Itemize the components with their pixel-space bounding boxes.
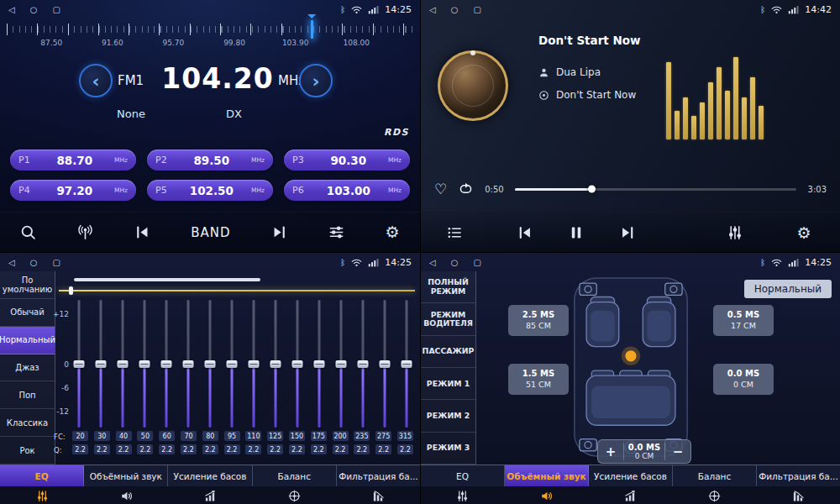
- eq-preset-custom[interactable]: Обычай: [0, 299, 55, 327]
- home-icon[interactable]: ○: [451, 5, 459, 14]
- eq-band-315hz[interactable]: [401, 300, 413, 428]
- home-icon[interactable]: ○: [30, 5, 38, 14]
- eq-preset-classic[interactable]: Классика: [0, 409, 55, 437]
- tab-balance[interactable]: Баланс: [253, 465, 337, 486]
- dx-toggle[interactable]: DX: [226, 108, 242, 120]
- eq-preset-pop[interactable]: Поп: [0, 381, 55, 409]
- dock-eq-icon[interactable]: [0, 486, 84, 504]
- preset-button-p1[interactable]: P1 88.70 MHz: [10, 150, 136, 171]
- dock-balance-icon[interactable]: [672, 486, 756, 504]
- eq-preset-default[interactable]: По умолчанию: [0, 271, 55, 299]
- tab-eq[interactable]: EQ: [421, 465, 505, 486]
- eq-band-handle[interactable]: [270, 360, 281, 368]
- eq-scrollbar[interactable]: [74, 278, 260, 281]
- eq-band-70hz[interactable]: [181, 300, 194, 428]
- mode-2[interactable]: РЕЖИМ 2: [421, 400, 475, 432]
- recents-icon[interactable]: ▢: [52, 258, 60, 267]
- home-icon[interactable]: ○: [451, 258, 459, 267]
- home-icon[interactable]: ○: [30, 258, 38, 267]
- eq-band-200hz[interactable]: [335, 300, 348, 428]
- tab-filter[interactable]: Фильтрация ба...: [757, 465, 840, 486]
- tab-eq[interactable]: EQ: [0, 465, 84, 486]
- eq-band-110hz[interactable]: [248, 300, 260, 428]
- back-icon[interactable]: ◁: [8, 258, 15, 267]
- eq-band-handle[interactable]: [226, 360, 237, 368]
- eq-band-80hz[interactable]: [203, 300, 216, 428]
- eq-band-30hz[interactable]: [94, 300, 107, 428]
- eq-band-handle[interactable]: [182, 360, 193, 368]
- eq-band-handle[interactable]: [336, 360, 347, 368]
- dock-balance-icon[interactable]: [252, 486, 336, 504]
- eq-band-150hz[interactable]: [291, 300, 304, 428]
- eq-preset-jazz[interactable]: Джаз: [0, 354, 55, 382]
- eq-band-handle[interactable]: [292, 360, 303, 368]
- eq-band-handle[interactable]: [95, 360, 106, 368]
- eq-band-50hz[interactable]: [138, 300, 150, 428]
- queue-icon[interactable]: [447, 224, 463, 240]
- tab-filter[interactable]: Фильтрация ба...: [337, 465, 420, 486]
- eq-band-handle[interactable]: [358, 360, 369, 368]
- eq-band-125hz[interactable]: [270, 300, 282, 428]
- next-station-icon[interactable]: [271, 224, 287, 240]
- settings-gear-icon[interactable]: ⚙: [796, 224, 811, 240]
- next-track-icon[interactable]: [620, 224, 636, 240]
- pause-icon[interactable]: [569, 224, 585, 240]
- tab-bass-boost[interactable]: Усиление басов: [168, 465, 252, 486]
- dock-eq-icon[interactable]: [421, 486, 505, 504]
- previous-track-icon[interactable]: [517, 224, 533, 240]
- delay-box-rear-right[interactable]: 0.0 MS 0 CM: [713, 364, 774, 395]
- progress-bar[interactable]: [515, 188, 796, 191]
- eq-preset-rock[interactable]: Рок: [0, 437, 55, 465]
- eq-band-60hz[interactable]: [160, 300, 172, 428]
- eq-band-handle[interactable]: [117, 360, 128, 368]
- eq-band-handle[interactable]: [160, 360, 171, 368]
- delay-box-rear-left[interactable]: 1.5 MS 51 CM: [508, 364, 569, 395]
- recents-icon[interactable]: ▢: [473, 5, 480, 14]
- pty-label[interactable]: None: [117, 108, 145, 120]
- dock-filter-icon[interactable]: [336, 486, 420, 504]
- back-icon[interactable]: ◁: [8, 5, 15, 14]
- eq-band-40hz[interactable]: [116, 300, 129, 428]
- delay-box-front-left[interactable]: 2.5 MS 85 CM: [508, 305, 569, 336]
- preset-button-p6[interactable]: P6 103.00 MHz: [284, 180, 410, 201]
- eq-band-handle[interactable]: [249, 360, 260, 368]
- delay-minus-button[interactable]: −: [665, 444, 690, 459]
- preset-button-p2[interactable]: P2 89.50 MHz: [147, 150, 273, 171]
- eq-preset-normal[interactable]: Нормальный: [0, 327, 55, 354]
- audio-settings-icon[interactable]: [727, 224, 743, 240]
- tab-bass-boost[interactable]: Усиление басов: [589, 465, 673, 486]
- dock-speaker-icon[interactable]: [505, 486, 589, 504]
- eq-band-235hz[interactable]: [357, 300, 370, 428]
- equalizer-icon[interactable]: [328, 224, 344, 240]
- eq-band-handle[interactable]: [380, 360, 391, 368]
- frequency-ruler[interactable]: 87.50 91.60 95.70 99.80 103.90 108.00: [7, 22, 413, 54]
- tune-up-button[interactable]: ›: [299, 64, 333, 97]
- eq-band-275hz[interactable]: [379, 300, 391, 428]
- dock-filter-icon[interactable]: [756, 486, 840, 504]
- auto-scan-icon[interactable]: [77, 224, 93, 240]
- delay-plus-button[interactable]: +: [598, 444, 623, 459]
- recents-icon[interactable]: ▢: [52, 5, 60, 14]
- preset-button-p4[interactable]: P4 97.20 MHz: [10, 180, 136, 201]
- delay-box-front-right[interactable]: 0.5 MS 17 CM: [713, 305, 774, 336]
- tune-down-button[interactable]: ‹: [79, 64, 113, 97]
- mode-3[interactable]: РЕЖИМ 3: [421, 433, 475, 465]
- search-icon[interactable]: [20, 224, 36, 240]
- eq-band-handle[interactable]: [73, 360, 84, 368]
- tab-balance[interactable]: Баланс: [673, 465, 757, 486]
- settings-gear-icon[interactable]: ⚙: [386, 224, 400, 240]
- mode-passenger[interactable]: ПАССАЖИР: [421, 336, 475, 368]
- preset-button-p5[interactable]: P5 102.50 MHz: [147, 180, 273, 201]
- mode-full[interactable]: ПОЛНЫЙ РЕЖИМ: [421, 271, 475, 303]
- tab-surround-sound[interactable]: Объёмный звук: [84, 465, 168, 486]
- progress-knob[interactable]: [588, 186, 596, 193]
- eq-curve-handle[interactable]: [69, 286, 73, 295]
- tab-surround-sound[interactable]: Объёмный звук: [505, 465, 589, 486]
- repeat-icon[interactable]: [457, 181, 475, 197]
- eq-band-handle[interactable]: [139, 360, 150, 368]
- dock-speaker-icon[interactable]: [84, 486, 168, 504]
- preset-button-p3[interactable]: P3 90.30 MHz: [284, 150, 410, 171]
- mode-driver[interactable]: РЕЖИМ ВОДИТЕЛЯ: [421, 303, 475, 335]
- eq-band-175hz[interactable]: [313, 300, 326, 428]
- favorite-icon[interactable]: ♡: [434, 182, 447, 197]
